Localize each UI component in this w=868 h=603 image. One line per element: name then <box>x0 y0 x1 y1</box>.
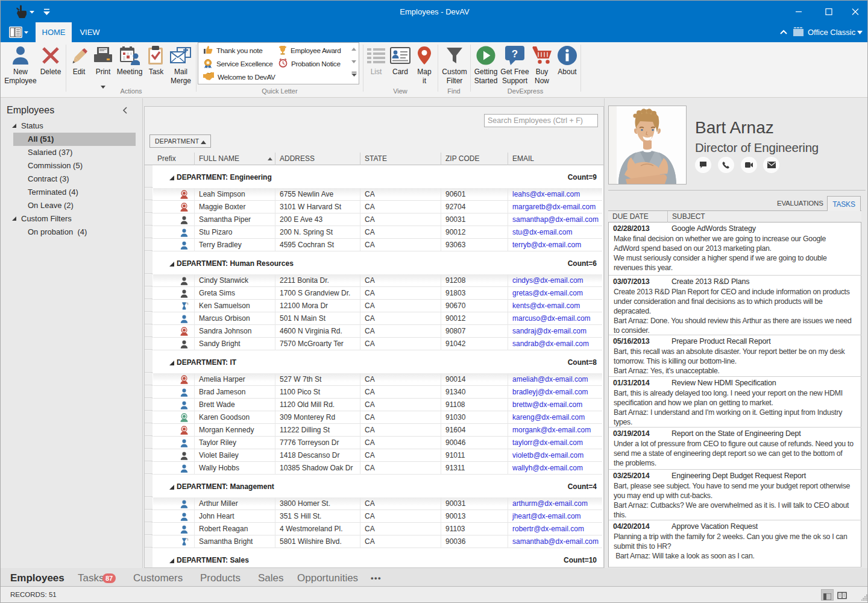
svg-text:?: ? <box>512 48 518 60</box>
